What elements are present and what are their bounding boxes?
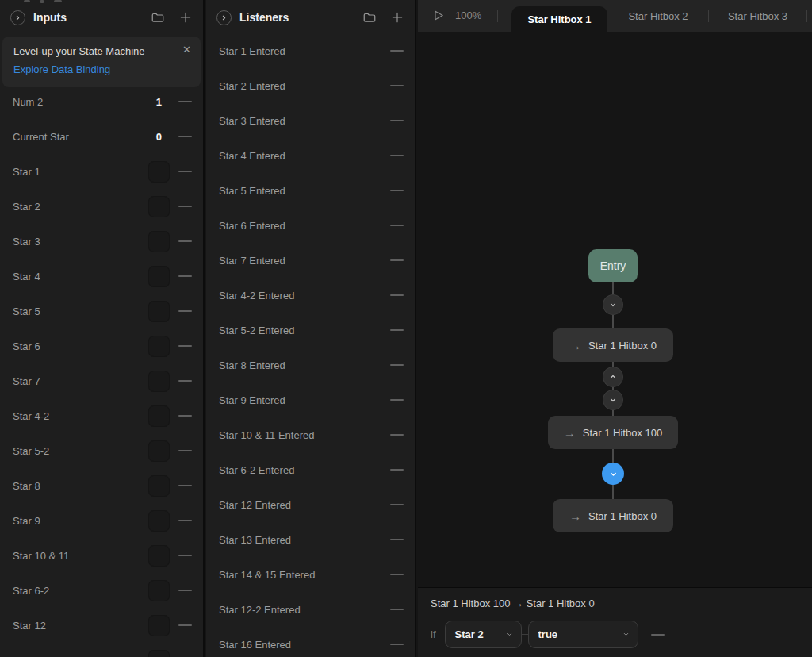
listener-dash-icon[interactable] [390,609,404,610]
condition-input-dropdown[interactable]: Star 2 [445,620,522,648]
state-node-star-1-hitbox-0[interactable]: → Star 1 Hitbox 0 [553,499,673,532]
input-dash-icon[interactable] [178,624,192,626]
input-dash-icon[interactable] [178,345,192,347]
input-row[interactable]: Star 6 [0,328,203,363]
listener-dash-icon[interactable] [390,294,404,296]
transition-chevron-down-icon[interactable] [603,390,623,410]
input-row[interactable]: Star 4 [0,259,203,294]
listener-row[interactable]: Star 5-2 Entered [206,313,415,348]
listener-row[interactable]: Star 4-2 Entered [206,278,415,313]
input-row[interactable]: Num 2 1 [0,84,203,119]
input-checkbox[interactable] [148,301,170,322]
listener-dash-icon[interactable] [390,155,404,156]
input-checkbox[interactable] [148,231,170,252]
input-checkbox[interactable] [148,196,170,217]
explore-data-binding-link[interactable]: Explore Data Binding [13,63,110,75]
input-value[interactable]: 0 [156,131,162,143]
input-dash-icon[interactable] [178,450,192,451]
inputs-collapse-icon[interactable] [10,10,25,25]
input-row[interactable]: Star 5-2 [0,433,203,468]
banner-close-icon[interactable]: ✕ [182,44,191,56]
listener-row[interactable]: Star 12 Entered [206,487,415,522]
input-row[interactable]: Star 10 & 11 [0,538,203,573]
input-dash-icon[interactable] [178,520,192,521]
listener-dash-icon[interactable] [390,259,404,261]
input-checkbox[interactable] [148,336,170,357]
input-dash-icon[interactable] [178,275,192,277]
input-row[interactable]: Star 6-2 [0,573,203,608]
input-row[interactable]: Star 7 [0,363,203,398]
transition-chevron-down-icon[interactable] [603,294,623,315]
input-checkbox[interactable] [148,475,170,497]
listener-dash-icon[interactable] [390,50,404,52]
tab-star-hitbox-3[interactable]: Star Hitbox 3 [709,0,806,32]
input-dash-icon[interactable] [178,206,192,207]
listener-row[interactable]: Star 10 & 11 Entered [206,417,415,452]
input-row[interactable]: Star 4-2 [0,398,203,433]
listeners-collapse-icon[interactable] [216,10,232,25]
listener-dash-icon[interactable] [390,644,404,645]
input-checkbox[interactable] [148,510,170,532]
input-row[interactable]: Star 9 [0,503,203,538]
input-dash-icon[interactable] [178,171,192,172]
input-row[interactable]: Star 5 [0,294,203,328]
input-checkbox[interactable] [148,440,170,462]
listener-row[interactable]: Star 2 Entered [206,68,415,103]
state-node-star-1-hitbox-100[interactable]: → Star 1 Hitbox 100 [548,416,678,449]
tab-star-hitbox-2[interactable]: Star Hitbox 2 [608,0,708,32]
input-dash-icon[interactable] [178,555,192,556]
listener-dash-icon[interactable] [390,539,404,540]
tab-star-hitbox-1[interactable]: Star Hitbox 1 [511,6,607,32]
listeners-add-icon[interactable] [390,10,404,25]
listener-dash-icon[interactable] [390,225,404,226]
condition-dash-icon[interactable] [651,634,665,636]
listener-dash-icon[interactable] [390,434,404,436]
inputs-add-icon[interactable] [178,10,193,25]
input-checkbox[interactable] [148,580,170,601]
input-dash-icon[interactable] [178,485,192,486]
input-row[interactable]: Current Star 0 [0,119,203,154]
listener-row[interactable]: Star 12-2 Entered [206,592,415,627]
selected-transition-chevron-down-icon[interactable] [602,463,624,485]
listener-dash-icon[interactable] [390,329,404,331]
listener-row[interactable]: Star 16 Entered [206,627,415,657]
listener-row[interactable]: Star 6-2 Entered [206,452,415,487]
input-dash-icon[interactable] [178,101,192,102]
listener-dash-icon[interactable] [390,504,404,505]
input-checkbox[interactable] [148,161,170,182]
zoom-level[interactable]: 100% [455,10,481,21]
listener-row[interactable]: Star 3 Entered [206,103,415,138]
input-dash-icon[interactable] [178,415,192,417]
transition-chevron-up-icon[interactable] [603,367,623,387]
input-row[interactable]: Star 8 [0,468,203,503]
listener-row[interactable]: Star 9 Entered [206,382,415,417]
listener-dash-icon[interactable] [390,120,404,121]
entry-node[interactable]: Entry [588,249,638,282]
listener-row[interactable]: Star 1 Entered [206,33,415,68]
listener-row[interactable]: Star 7 Entered [206,243,415,278]
input-checkbox[interactable] [148,545,170,567]
state-node-star-1-hitbox-0[interactable]: → Star 1 Hitbox 0 [553,328,673,362]
listener-row[interactable]: Star 4 Entered [206,138,415,173]
listener-dash-icon[interactable] [390,399,404,401]
input-checkbox[interactable] [148,650,170,657]
listeners-folder-icon[interactable] [362,10,377,25]
input-checkbox[interactable] [148,371,170,392]
input-dash-icon[interactable] [178,380,192,382]
state-machine-canvas[interactable]: Entry → Star 1 Hitbox 0 → Star 1 Hitbox … [418,32,812,587]
input-checkbox[interactable] [148,615,170,636]
listener-row[interactable]: Star 13 Entered [206,522,415,557]
input-dash-icon[interactable] [178,310,192,312]
listener-dash-icon[interactable] [390,190,404,191]
listener-row[interactable]: Star 8 Entered [206,348,415,382]
inputs-folder-icon[interactable] [151,10,165,25]
input-value[interactable]: 1 [156,96,162,108]
input-checkbox[interactable] [148,405,170,427]
play-icon[interactable] [431,9,445,25]
listener-dash-icon[interactable] [390,85,404,86]
input-row[interactable]: Star 3 [0,224,203,259]
input-row-partial[interactable] [0,643,203,657]
input-row[interactable]: Star 1 [0,154,203,189]
listener-dash-icon[interactable] [390,574,404,575]
listener-row[interactable]: Star 14 & 15 Entered [206,557,415,592]
